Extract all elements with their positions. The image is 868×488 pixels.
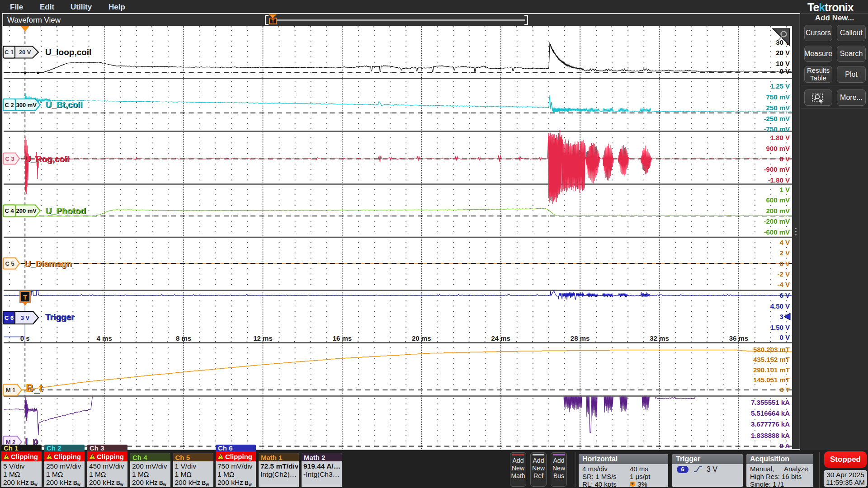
svg-text:0 V: 0 V	[779, 155, 790, 163]
svg-text:200 mV: 200 mV	[766, 207, 790, 215]
svg-text:-900 mV: -900 mV	[764, 165, 790, 173]
svg-text:1.50 V: 1.50 V	[770, 324, 790, 331]
svg-text:6 V: 6 V	[779, 291, 790, 299]
svg-text:0 A: 0 A	[779, 442, 790, 450]
svg-text:20 V: 20 V	[776, 49, 790, 56]
svg-text:-200 mV: -200 mV	[764, 217, 790, 225]
svg-text:-750 mV: -750 mV	[764, 125, 790, 133]
svg-text:U_Bt,coil: U_Bt,coil	[45, 100, 82, 109]
svg-text:0 s: 0 s	[20, 334, 30, 342]
svg-text:-4 V: -4 V	[777, 281, 790, 288]
svg-text:1.25 V: 1.25 V	[770, 82, 790, 90]
svg-text:32 ms: 32 ms	[650, 334, 669, 342]
svg-text:36 ms: 36 ms	[729, 334, 749, 342]
svg-text:U_loop,coil: U_loop,coil	[45, 47, 91, 57]
svg-text:B_t: B_t	[26, 382, 42, 394]
svg-text:Trigger: Trigger	[45, 312, 75, 322]
svg-text:28 ms: 28 ms	[571, 334, 590, 342]
svg-text:M 1: M 1	[6, 387, 16, 394]
svg-text:290.101 mT: 290.101 mT	[753, 366, 790, 374]
svg-text:0 V: 0 V	[779, 333, 790, 341]
svg-text:3.677776 kA: 3.677776 kA	[751, 420, 790, 428]
svg-text:U_Diamagn: U_Diamagn	[24, 259, 72, 268]
svg-text:0 T: 0 T	[780, 386, 790, 394]
svg-text:8 ms: 8 ms	[176, 334, 191, 342]
svg-text:20 V: 20 V	[19, 49, 31, 56]
svg-text:580.203 mT: 580.203 mT	[753, 346, 790, 353]
svg-text:C 2: C 2	[5, 102, 14, 108]
svg-text:4 V: 4 V	[779, 239, 790, 246]
svg-text:24 ms: 24 ms	[491, 334, 510, 342]
svg-text:C 5: C 5	[5, 260, 14, 267]
svg-text:-2 V: -2 V	[777, 270, 790, 278]
svg-text:C 3: C 3	[5, 155, 14, 162]
svg-text:U_Rog,coil: U_Rog,coil	[24, 154, 69, 164]
svg-text:900 mV: 900 mV	[766, 145, 790, 152]
svg-text:200 mV: 200 mV	[16, 207, 37, 214]
svg-text:C 4: C 4	[5, 207, 14, 214]
svg-text:300 mV: 300 mV	[16, 102, 37, 108]
svg-text:16 ms: 16 ms	[333, 334, 352, 342]
svg-text:10 V: 10 V	[776, 60, 790, 67]
svg-text:1.80 V: 1.80 V	[770, 134, 790, 141]
svg-text:250 mV: 250 mV	[766, 104, 790, 112]
svg-text:-250 mV: -250 mV	[764, 115, 790, 122]
svg-text:435.152 mT: 435.152 mT	[753, 356, 790, 363]
svg-text:0 V: 0 V	[779, 67, 790, 75]
svg-text:0 V: 0 V	[779, 260, 790, 267]
svg-text:4.50 V: 4.50 V	[770, 302, 790, 310]
svg-text:3 V: 3 V	[21, 314, 30, 321]
svg-text:5.516664 kA: 5.516664 kA	[751, 409, 790, 417]
svg-text:-1.80 V: -1.80 V	[768, 176, 790, 184]
svg-text:7.355551 kA: 7.355551 kA	[751, 399, 790, 406]
svg-text:145.051 mT: 145.051 mT	[753, 376, 790, 384]
svg-text:1 V: 1 V	[779, 186, 790, 193]
svg-text:600 mV: 600 mV	[766, 196, 790, 204]
svg-text:12 ms: 12 ms	[253, 334, 273, 342]
svg-text:4 ms: 4 ms	[97, 334, 112, 342]
svg-text:C 6: C 6	[5, 314, 14, 321]
svg-text:2 V: 2 V	[779, 249, 790, 257]
svg-text:U_Photod: U_Photod	[45, 206, 86, 216]
svg-text:20 ms: 20 ms	[412, 334, 431, 342]
svg-text:1.838888 kA: 1.838888 kA	[751, 432, 790, 439]
svg-text:C 1: C 1	[5, 49, 14, 56]
svg-text:750 mV: 750 mV	[766, 93, 790, 101]
svg-text:-600 mV: -600 mV	[764, 228, 790, 236]
svg-text:T: T	[23, 293, 27, 301]
